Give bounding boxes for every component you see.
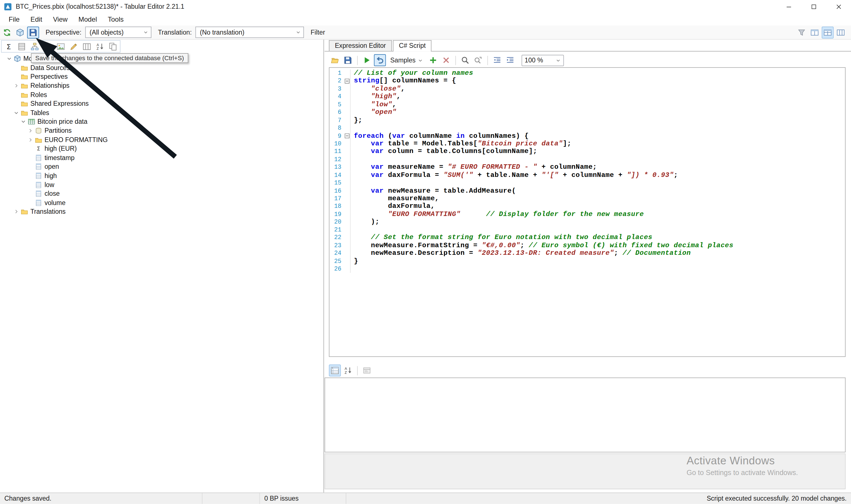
add-sample-button[interactable] xyxy=(427,54,439,66)
tab-expression-editor[interactable]: Expression Editor xyxy=(329,40,392,51)
code-line-3[interactable]: 3 "close", xyxy=(330,85,845,93)
chevron-right-icon[interactable] xyxy=(26,136,34,143)
tree-item-timestamp[interactable]: timestamp xyxy=(0,153,323,162)
tree-item-partitions[interactable]: Partitions xyxy=(0,126,323,135)
line-number: 22 xyxy=(330,234,343,242)
find-next-button[interactable] xyxy=(472,54,484,66)
show-measures-button[interactable]: Σ xyxy=(3,40,15,52)
samples-dropdown[interactable]: Samples xyxy=(387,54,426,66)
code-line-19[interactable]: 19 "EURO FORMATTING" // Display folder f… xyxy=(330,210,845,218)
code-line-25[interactable]: 25} xyxy=(330,257,845,265)
minimize-button[interactable] xyxy=(776,0,801,13)
tree-item-high[interactable]: high xyxy=(0,171,323,180)
code-editor[interactable]: 1// List of your column names2string[] c… xyxy=(329,67,846,357)
show-columns-button[interactable] xyxy=(16,40,28,52)
tree-item-data-sources[interactable]: Data Sources xyxy=(0,63,323,72)
columns-view-button[interactable] xyxy=(835,26,847,38)
code-line-18[interactable]: 18 daxFormula, xyxy=(330,202,845,210)
undo-button[interactable] xyxy=(374,54,386,66)
code-line-11[interactable]: 11 var column = table.Columns[columnName… xyxy=(330,148,845,156)
tree-item-low[interactable]: low xyxy=(0,180,323,189)
tree-item-shared-expressions[interactable]: Shared Expressions xyxy=(0,99,323,108)
code-line-23[interactable]: 23 newMeasure.FormatString = "€#,0.00"; … xyxy=(330,241,845,250)
code-line-10[interactable]: 10 var table = Model.Tables["Bitcoin pri… xyxy=(330,140,845,148)
tree-item-euro-formatting[interactable]: EURO FORMATTING xyxy=(0,135,323,144)
code-line-16[interactable]: 16 var newMeasure = table.AddMeasure( xyxy=(330,187,845,195)
menu-edit[interactable]: Edit xyxy=(25,14,48,25)
code-line-6[interactable]: 6 "open" xyxy=(330,109,845,116)
translation-dropdown[interactable]: (No translation) xyxy=(196,26,304,38)
fold-collapse-icon[interactable] xyxy=(343,77,351,85)
chevron-right-icon[interactable] xyxy=(12,208,20,215)
model-button[interactable] xyxy=(14,26,26,38)
open-script-button[interactable] xyxy=(329,54,341,66)
chevron-down-icon[interactable] xyxy=(19,118,27,125)
fold-collapse-icon[interactable] xyxy=(343,132,351,140)
tree-item-open[interactable]: open xyxy=(0,162,323,171)
tree-item-relationships[interactable]: Relationships xyxy=(0,81,323,90)
deploy-button[interactable] xyxy=(1,26,13,38)
tree-item-close[interactable]: close xyxy=(0,189,323,198)
indent-button[interactable] xyxy=(504,54,516,66)
maximize-button[interactable] xyxy=(801,0,826,13)
code-line-17[interactable]: 17 measureName, xyxy=(330,195,845,202)
show-hierarchies-button[interactable] xyxy=(29,40,40,52)
tree-item-translations[interactable]: Translations xyxy=(0,207,323,216)
code-text: foreach (var columnName in columnNames) … xyxy=(351,132,529,140)
chevron-down-icon[interactable] xyxy=(5,55,13,62)
menu-file[interactable]: File xyxy=(3,14,25,25)
perspective-dropdown[interactable]: (All objects) xyxy=(85,26,152,38)
code-line-24[interactable]: 24 newMeasure.Description = "2023.12.13-… xyxy=(330,250,845,257)
zoom-select[interactable]: 100 % xyxy=(521,55,564,66)
code-line-7[interactable]: 7}; xyxy=(330,116,845,124)
chevron-right-icon[interactable] xyxy=(12,82,20,89)
menu-view[interactable]: View xyxy=(48,14,73,25)
chevron-down-icon[interactable] xyxy=(12,109,20,116)
show-all-objects-button[interactable] xyxy=(81,40,93,52)
show-translations-button[interactable] xyxy=(42,40,53,52)
tab-c-script[interactable]: C# Script xyxy=(393,40,432,52)
tree-item-roles[interactable]: Roles xyxy=(0,90,323,99)
code-line-15[interactable]: 15 xyxy=(330,179,845,187)
code-line-21[interactable]: 21 xyxy=(330,226,845,234)
code-line-14[interactable]: 14 var daxFormula = "SUM('" + table.Name… xyxy=(330,171,845,179)
tree-item-bitcoin-price-data[interactable]: Bitcoin price data xyxy=(0,117,323,126)
find-button[interactable] xyxy=(459,54,471,66)
code-line-9[interactable]: 9foreach (var columnName in columnNames)… xyxy=(330,132,845,140)
save-script-button[interactable] xyxy=(342,54,354,66)
tree-item-perspectives[interactable]: Perspectives xyxy=(0,72,323,81)
show-display-folders-button[interactable] xyxy=(55,40,67,52)
tree-item-volume[interactable]: volume xyxy=(0,198,323,207)
chevron-right-icon[interactable] xyxy=(26,127,34,134)
code-line-4[interactable]: 4 "high", xyxy=(330,93,845,101)
code-text: string[] columnNames = { xyxy=(351,77,456,85)
save-to-database-button[interactable] xyxy=(27,26,39,38)
sort-alphabetically-button[interactable]: AZ xyxy=(94,40,106,52)
group-view-button[interactable] xyxy=(822,26,834,38)
filter-funnel-button[interactable] xyxy=(796,26,808,38)
code-line-26[interactable]: 26 xyxy=(330,265,845,273)
categorized-button[interactable] xyxy=(329,364,341,376)
code-line-20[interactable]: 20 ); xyxy=(330,218,845,226)
code-line-22[interactable]: 22 // Set the format string for Euro not… xyxy=(330,234,845,242)
show-hidden-objects-button[interactable] xyxy=(107,40,119,52)
code-line-13[interactable]: 13 var measureName = "# EURO FORMATTED -… xyxy=(330,163,845,171)
tree-item-tables[interactable]: Tables xyxy=(0,108,323,117)
outdent-button[interactable] xyxy=(491,54,503,66)
edit-name-button[interactable] xyxy=(68,40,79,52)
menu-tools[interactable]: Tools xyxy=(103,14,129,25)
property-grid[interactable] xyxy=(324,377,845,452)
delete-sample-button[interactable] xyxy=(440,54,452,66)
property-pages-button[interactable] xyxy=(361,364,373,376)
menu-model[interactable]: Model xyxy=(73,14,103,25)
code-line-2[interactable]: 2string[] columnNames = { xyxy=(330,77,845,85)
code-line-5[interactable]: 5 "low", xyxy=(330,101,845,109)
code-line-1[interactable]: 1// List of your column names xyxy=(330,70,845,77)
flat-view-button[interactable] xyxy=(809,26,821,38)
code-line-12[interactable]: 12 xyxy=(330,156,845,163)
alphabetical-button[interactable]: AZ xyxy=(342,364,354,376)
run-script-button[interactable] xyxy=(361,54,373,66)
code-line-8[interactable]: 8 xyxy=(330,124,845,132)
tree-item-high-eur[interactable]: Σhigh (EUR) xyxy=(0,144,323,153)
close-button[interactable] xyxy=(826,0,851,13)
